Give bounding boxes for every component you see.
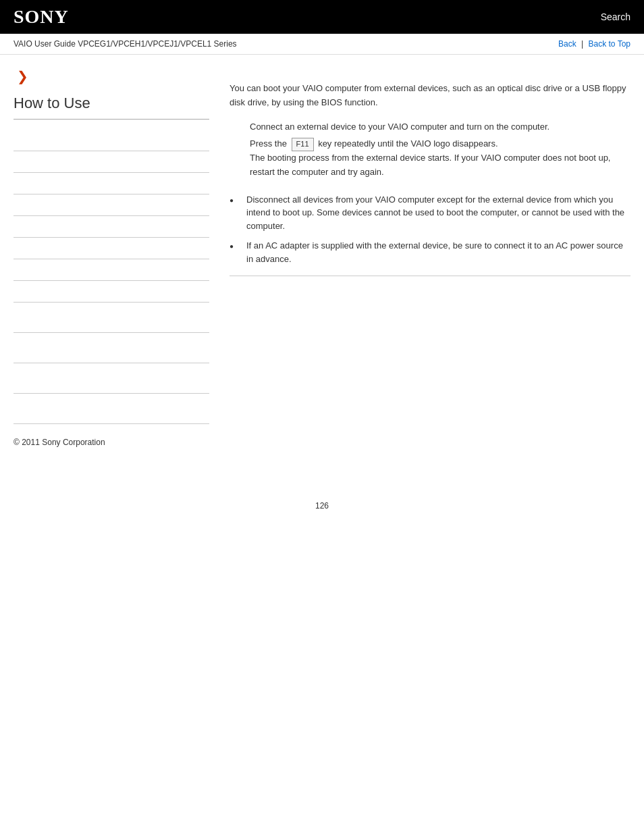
notes-section: ● Disconnect all devices from your VAIO … bbox=[230, 193, 630, 266]
step2-suffix: key repeatedly until the VAIO logo disap… bbox=[318, 138, 498, 149]
back-link[interactable]: Back bbox=[558, 39, 576, 49]
content-step-3: The booting process from the external de… bbox=[250, 151, 630, 180]
sidebar-nav-item-12[interactable] bbox=[14, 394, 209, 424]
nav-separator: | bbox=[581, 39, 583, 49]
sidebar-nav-item-6[interactable] bbox=[14, 238, 209, 259]
content-step-2: Press the F11 key repeatedly until the V… bbox=[250, 137, 630, 151]
content-intro: You can boot your VAIO computer from ext… bbox=[230, 82, 630, 110]
back-to-top-link[interactable]: Back to Top bbox=[589, 39, 630, 49]
nav-links: Back | Back to Top bbox=[558, 39, 630, 49]
content-divider bbox=[230, 276, 630, 276]
sidebar-nav-item-7[interactable] bbox=[14, 259, 209, 281]
search-button[interactable]: Search bbox=[601, 11, 630, 22]
sidebar-nav-item-11[interactable] bbox=[14, 363, 209, 394]
sidebar: ❯ How to Use © 2011 Sony Corporation bbox=[14, 61, 223, 447]
sidebar-nav-item-3[interactable] bbox=[14, 173, 209, 194]
sub-header: VAIO User Guide VPCEG1/VPCEH1/VPCEJ1/VPC… bbox=[0, 34, 644, 55]
sony-logo: SONY bbox=[14, 6, 69, 28]
step2-prefix: Press the bbox=[250, 138, 287, 149]
note-text-1: Disconnect all devices from your VAIO co… bbox=[246, 193, 630, 233]
sidebar-nav-item-9[interactable] bbox=[14, 303, 209, 333]
page-number: 126 bbox=[0, 488, 644, 524]
site-header: SONY Search bbox=[0, 0, 644, 34]
sidebar-title: How to Use bbox=[14, 95, 209, 120]
sidebar-arrow-icon: ❯ bbox=[17, 68, 209, 84]
breadcrumb: VAIO User Guide VPCEG1/VPCEH1/VPCEJ1/VPC… bbox=[14, 39, 237, 49]
sidebar-nav-item-2[interactable] bbox=[14, 151, 209, 173]
sidebar-nav-item-8[interactable] bbox=[14, 281, 209, 303]
note-item-2: ● If an AC adapter is supplied with the … bbox=[230, 239, 630, 265]
step2-key: F11 bbox=[292, 138, 314, 151]
copyright-text: © 2011 Sony Corporation bbox=[14, 438, 209, 447]
sidebar-nav-item-5[interactable] bbox=[14, 216, 209, 238]
note-bullet-2: ● bbox=[230, 239, 243, 265]
note-item-1: ● Disconnect all devices from your VAIO … bbox=[230, 193, 630, 233]
page-content: You can boot your VAIO computer from ext… bbox=[223, 61, 630, 447]
note-bullet-1: ● bbox=[230, 193, 243, 233]
sidebar-nav-item-4[interactable] bbox=[14, 194, 209, 216]
sidebar-nav-item-1[interactable] bbox=[14, 130, 209, 151]
main-content: ❯ How to Use © 2011 Sony Corporation You… bbox=[0, 55, 644, 461]
content-step-1: Connect an external device to your VAIO … bbox=[250, 120, 630, 134]
sidebar-nav-item-10[interactable] bbox=[14, 333, 209, 363]
note-text-2: If an AC adapter is supplied with the ex… bbox=[246, 239, 630, 265]
